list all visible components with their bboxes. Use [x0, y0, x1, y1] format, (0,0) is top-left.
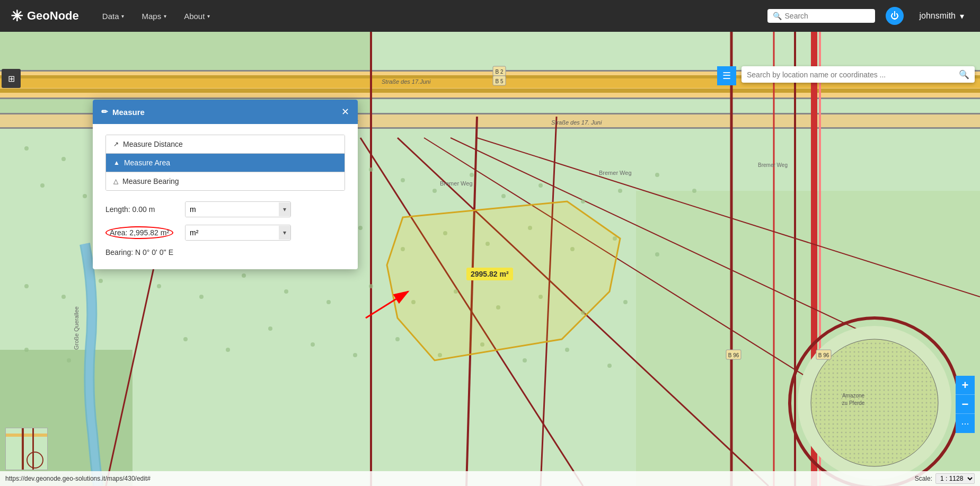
- svg-point-51: [692, 189, 696, 193]
- svg-point-76: [183, 337, 188, 341]
- navbar: ✳ GeoNode Data ▾ Maps ▾ About ▾ 🔍 ⏻ john…: [0, 0, 980, 32]
- nav-search-box[interactable]: 🔍: [767, 9, 875, 23]
- svg-point-90: [24, 348, 29, 352]
- zoom-controls: + − ···: [956, 376, 975, 433]
- svg-text:zu Pferde: zu Pferde: [842, 400, 865, 406]
- area-circle-highlight: Area: 2,995.82 m²: [105, 226, 173, 239]
- area-icon: ▲: [113, 159, 120, 166]
- bearing-icon: △: [113, 178, 118, 185]
- svg-point-68: [326, 300, 331, 304]
- zoom-in-button[interactable]: +: [956, 376, 975, 395]
- svg-point-35: [83, 194, 87, 198]
- chevron-down-icon: ▾: [121, 13, 124, 19]
- svg-point-67: [284, 289, 288, 294]
- svg-text:Große Querallee: Große Querallee: [73, 306, 80, 350]
- length-label: Length: 0.00 m: [105, 205, 180, 214]
- mini-map[interactable]: [5, 428, 48, 470]
- measure-body: ↗ Measure Distance ▲ Measure Area △ Meas…: [93, 124, 358, 269]
- area-unit-arrow[interactable]: ▾: [279, 226, 290, 240]
- length-row: Length: 0.00 m mkmmift ▾: [105, 201, 345, 217]
- measure-dialog: ✏ Measure ✕ ↗ Measure Distance ▲ Measure…: [93, 100, 358, 269]
- logo-text: GeoNode: [27, 9, 79, 23]
- svg-point-65: [199, 295, 204, 299]
- bearing-label: Bearing: N 0° 0' 0'' E: [105, 248, 180, 257]
- bearing-row: Bearing: N 0° 0' 0'' E: [105, 248, 345, 257]
- location-search-input[interactable]: [747, 70, 955, 79]
- svg-point-47: [538, 183, 543, 188]
- svg-point-66: [242, 273, 246, 278]
- svg-text:Straße des 17.Juni: Straße des 17.Juni: [382, 78, 431, 85]
- svg-point-64: [157, 284, 161, 288]
- svg-point-80: [353, 353, 357, 357]
- measure-distance-option[interactable]: ↗ Measure Distance: [106, 135, 345, 154]
- length-unit-select-wrap: mkmmift ▾: [185, 201, 291, 217]
- svg-point-81: [395, 337, 400, 341]
- svg-point-84: [523, 358, 527, 363]
- svg-text:Amazone: Amazone: [842, 393, 865, 399]
- mini-map-image: [6, 428, 48, 470]
- svg-rect-117: [32, 428, 34, 470]
- area-unit-select-wrap: m²km²haac ▾: [185, 225, 291, 241]
- scale-label: Scale:: [915, 475, 932, 482]
- power-icon[interactable]: ⏻: [886, 7, 904, 25]
- area-unit-select[interactable]: m²km²haac: [186, 225, 279, 240]
- svg-point-87: [24, 284, 29, 288]
- svg-text:B 5: B 5: [495, 78, 503, 84]
- svg-point-34: [40, 183, 45, 188]
- layers-button[interactable]: ⊞: [2, 69, 21, 88]
- nav-maps[interactable]: Maps ▾: [134, 7, 174, 25]
- scale-select[interactable]: 1 : 1128: [935, 473, 975, 484]
- measure-close-button[interactable]: ✕: [341, 106, 349, 118]
- svg-rect-115: [6, 434, 48, 437]
- svg-point-91: [67, 358, 71, 363]
- svg-point-44: [432, 189, 437, 193]
- hamburger-button[interactable]: ☰: [717, 66, 736, 85]
- nav-data[interactable]: Data ▾: [95, 7, 132, 25]
- pencil-icon: ✏: [101, 107, 108, 117]
- svg-point-56: [358, 226, 363, 230]
- svg-text:Bremer Weg: Bremer Weg: [440, 180, 473, 187]
- layers-icon: ⊞: [8, 74, 15, 84]
- svg-rect-6: [0, 89, 980, 93]
- map-container[interactable]: Straße des 17.Juni Straße des 17. Juni S…: [0, 32, 980, 486]
- nav-menu: Data ▾ Maps ▾ About ▾: [95, 7, 218, 25]
- svg-point-42: [369, 167, 373, 172]
- measure-header: ✏ Measure ✕: [93, 100, 358, 124]
- svg-text:B 96: B 96: [728, 352, 739, 358]
- length-unit-select[interactable]: mkmmift: [186, 202, 279, 217]
- left-toolbar: ⊞: [0, 69, 22, 88]
- zoom-out-button[interactable]: −: [956, 395, 975, 414]
- svg-rect-116: [22, 428, 24, 470]
- nav-search-input[interactable]: [785, 12, 870, 20]
- search-icon: 🔍: [959, 69, 969, 79]
- chevron-down-icon: ▾: [960, 11, 964, 21]
- svg-point-46: [501, 194, 506, 198]
- svg-point-75: [623, 300, 628, 304]
- svg-point-69: [369, 284, 373, 288]
- svg-point-31: [24, 146, 29, 151]
- user-menu[interactable]: johnsmith ▾: [914, 8, 969, 24]
- svg-point-79: [311, 342, 315, 347]
- svg-point-89: [99, 279, 103, 283]
- nav-about[interactable]: About ▾: [176, 7, 217, 25]
- length-unit-arrow[interactable]: ▾: [279, 202, 290, 216]
- svg-text:Straße des 17. Juni: Straße des 17. Juni: [551, 119, 602, 126]
- svg-point-43: [401, 178, 405, 182]
- svg-point-86: [607, 364, 612, 368]
- svg-point-45: [470, 173, 474, 177]
- svg-point-50: [655, 173, 659, 177]
- status-bar: https://dev.geonode.geo-solutions.it/map…: [0, 471, 980, 486]
- svg-point-77: [226, 348, 230, 352]
- logo[interactable]: ✳ GeoNode: [11, 7, 79, 25]
- zoom-options-button[interactable]: ···: [956, 414, 975, 433]
- measure-area-option[interactable]: ▲ Measure Area: [106, 154, 345, 172]
- hamburger-icon: ☰: [722, 70, 731, 82]
- logo-icon: ✳: [11, 7, 23, 25]
- measure-title: Measure: [112, 108, 145, 117]
- svg-point-63: [655, 252, 659, 257]
- svg-text:Bremer Weg: Bremer Weg: [599, 170, 632, 176]
- measure-bearing-option[interactable]: △ Measure Bearing: [106, 172, 345, 190]
- distance-icon: ↗: [113, 140, 119, 148]
- measure-options: ↗ Measure Distance ▲ Measure Area △ Meas…: [105, 135, 345, 191]
- area-row: Area: 2,995.82 m² m²km²haac ▾: [105, 225, 345, 241]
